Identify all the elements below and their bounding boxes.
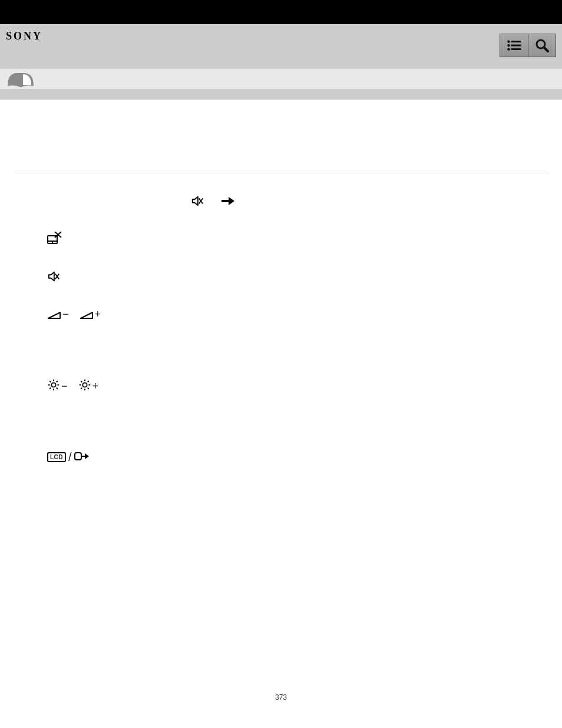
brand-logo: SONY — [6, 29, 42, 42]
content-divider — [14, 173, 548, 173]
header-bar: SONY — [0, 24, 562, 69]
svg-point-27 — [82, 383, 87, 387]
arrow-right-icon — [222, 197, 234, 207]
row-mute-arrow — [191, 195, 548, 209]
svg-rect-5 — [511, 48, 521, 50]
minus-label: − — [62, 308, 69, 321]
plus-label: + — [92, 380, 99, 393]
svg-line-23 — [49, 381, 51, 382]
svg-line-33 — [87, 388, 88, 389]
svg-line-35 — [87, 381, 88, 382]
plus-label: + — [95, 308, 101, 321]
top-black-bar — [0, 0, 562, 24]
volume-up-icon: + — [80, 307, 101, 319]
row-volume: − + — [14, 307, 548, 319]
page-title-bar — [0, 69, 562, 89]
search-icon — [535, 38, 549, 52]
lcd-icon: LCD — [47, 452, 66, 462]
row-touchpad-off — [14, 232, 548, 248]
svg-point-2 — [507, 44, 510, 47]
svg-line-7 — [544, 47, 548, 51]
book-icon — [4, 70, 38, 88]
svg-line-24 — [57, 388, 58, 389]
brightness-down-icon: − — [47, 378, 68, 391]
header-buttons — [500, 34, 556, 57]
svg-point-0 — [507, 40, 510, 42]
svg-line-34 — [81, 388, 82, 389]
svg-line-32 — [81, 381, 82, 382]
minus-label: − — [61, 380, 68, 393]
mute-icon — [47, 270, 60, 285]
svg-rect-36 — [75, 453, 81, 460]
svg-rect-3 — [511, 45, 521, 47]
svg-rect-10 — [222, 200, 230, 202]
table-of-contents-button[interactable] — [500, 34, 528, 57]
svg-line-26 — [57, 381, 58, 382]
main-content: − + — [0, 100, 562, 464]
mute-icon — [191, 195, 204, 209]
external-display-icon — [74, 451, 90, 463]
row-display-output: LCD / — [14, 450, 548, 464]
page-number: 373 — [0, 693, 562, 701]
svg-rect-1 — [511, 41, 521, 42]
search-button[interactable] — [528, 34, 556, 57]
row-mute — [14, 270, 548, 285]
svg-point-4 — [507, 48, 510, 50]
svg-line-25 — [49, 388, 51, 389]
volume-down-icon: − — [47, 307, 69, 319]
list-icon — [507, 40, 521, 51]
slash-label: / — [68, 450, 72, 464]
row-brightness: − + — [14, 378, 548, 391]
header-separator-strip — [0, 89, 562, 100]
svg-point-18 — [51, 383, 55, 387]
brightness-up-icon: + — [78, 378, 99, 391]
touchpad-off-icon — [47, 232, 62, 248]
